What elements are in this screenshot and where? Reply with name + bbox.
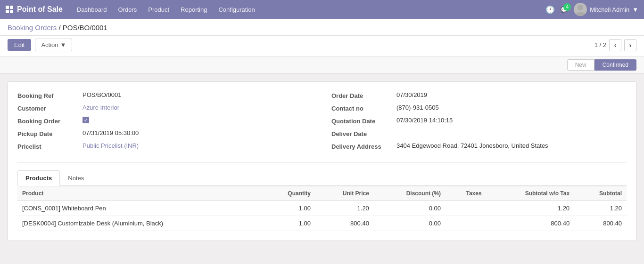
form-right: Order Date 07/30/2019 Contact no (870)-9…: [322, 91, 627, 155]
edit-button[interactable]: Edit: [8, 39, 31, 51]
row1-product: [CONS_0001] Whiteboard Pen: [17, 201, 263, 216]
breadcrumb-separator: /: [58, 24, 62, 32]
action-label: Action: [41, 41, 58, 48]
svg-point-0: [578, 5, 583, 10]
nav-product[interactable]: Product: [143, 4, 174, 15]
nav-links: Dashboard Orders Product Reporting Confi…: [72, 4, 545, 15]
products-table: Product Quantity Unit Price Discount (%)…: [17, 186, 627, 231]
status-new[interactable]: New: [567, 59, 594, 71]
col-discount: Discount (%): [374, 186, 446, 201]
navbar: Point of Sale Dashboard Orders Product R…: [0, 0, 644, 19]
row1-unit-price: 1.20: [315, 201, 374, 216]
quotation-date-value: 07/30/2019 14:10:15: [396, 117, 453, 124]
pagination: 1 / 2 ‹ ›: [594, 39, 636, 51]
user-name: Mitchell Admin: [590, 6, 629, 13]
breadcrumb-parent[interactable]: Booking Orders: [8, 24, 57, 32]
booking-order-label: Booking Order: [17, 117, 79, 125]
quotation-date-row: Quotation Date 07/30/2019 14:10:15: [331, 117, 627, 125]
table-row: [CONS_0001] Whiteboard Pen 1.00 1.20 0.0…: [17, 201, 627, 216]
action-button[interactable]: Action ▼: [35, 39, 72, 51]
chat-button[interactable]: 💬 4: [561, 6, 568, 13]
order-date-label: Order Date: [331, 91, 393, 99]
table-row: [DESK0004] Customizable Desk (Aluminium,…: [17, 216, 627, 231]
row1-discount: 0.00: [374, 201, 446, 216]
app-brand[interactable]: Point of Sale: [6, 5, 63, 14]
contact-no-row: Contact no (870)-931-0505: [331, 104, 627, 112]
delivery-address-row: Delivery Address 3404 Edgewood Road, 724…: [331, 142, 627, 150]
row1-taxes: [446, 201, 487, 216]
row2-product: [DESK0004] Customizable Desk (Aluminium,…: [17, 216, 263, 231]
status-confirmed[interactable]: Confirmed: [594, 59, 636, 71]
pagination-count: 1 / 2: [594, 41, 606, 48]
delivery-address-label: Delivery Address: [331, 142, 393, 150]
table-header: Product Quantity Unit Price Discount (%)…: [17, 186, 627, 201]
customer-label: Customer: [17, 104, 79, 112]
row1-subtotal-wo-tax: 1.20: [487, 201, 575, 216]
tabs: Products Notes: [17, 170, 627, 186]
booking-order-checkbox[interactable]: ✓: [83, 117, 89, 123]
delivery-address-value: 3404 Edgewood Road, 72401 Jonesboro, Uni…: [396, 142, 548, 149]
col-quantity: Quantity: [263, 186, 315, 201]
booking-ref-row: Booking Ref POS/BO/0001: [17, 91, 313, 99]
order-date-row: Order Date 07/30/2019: [331, 91, 627, 99]
breadcrumb: Booking Orders / POS/BO/0001: [8, 24, 636, 32]
form-divider: [17, 162, 627, 163]
svg-point-1: [576, 12, 585, 16]
status-bar: New Confirmed: [0, 56, 644, 74]
row2-quantity: 1.00: [263, 216, 315, 231]
booking-ref-label: Booking Ref: [17, 91, 79, 99]
nav-configuration[interactable]: Configuration: [214, 4, 259, 15]
avatar: [574, 3, 587, 16]
action-dropdown-icon: ▼: [60, 41, 66, 48]
main-content: Booking Ref POS/BO/0001 Customer Azure I…: [0, 74, 644, 262]
pickup-date-value: 07/31/2019 05:30:00: [83, 129, 139, 136]
deliver-date-label: Deliver Date: [331, 129, 393, 137]
deliver-date-row: Deliver Date: [331, 129, 627, 137]
customer-row: Customer Azure Interior: [17, 104, 313, 112]
nav-dashboard[interactable]: Dashboard: [72, 4, 112, 15]
user-dropdown-icon: ▼: [632, 6, 638, 13]
row2-discount: 0.00: [374, 216, 446, 231]
pickup-date-label: Pickup Date: [17, 129, 79, 137]
table-body: [CONS_0001] Whiteboard Pen 1.00 1.20 0.0…: [17, 201, 627, 231]
row2-subtotal: 800.40: [574, 216, 627, 231]
tab-notes[interactable]: Notes: [60, 170, 92, 186]
quotation-date-label: Quotation Date: [331, 117, 393, 125]
grid-icon: [6, 6, 13, 13]
col-subtotal: Subtotal: [574, 186, 627, 201]
nav-orders[interactable]: Orders: [114, 4, 142, 15]
navbar-right: 🕐 💬 4 Mitchell Admin ▼: [545, 3, 638, 16]
col-subtotal-wo-tax: Subtotal w/o Tax: [487, 186, 575, 201]
customer-value[interactable]: Azure Interior: [83, 104, 119, 111]
user-menu[interactable]: Mitchell Admin ▼: [574, 3, 638, 16]
booking-ref-value: POS/BO/0001: [83, 91, 121, 98]
row2-subtotal-wo-tax: 800.40: [487, 216, 575, 231]
row1-quantity: 1.00: [263, 201, 315, 216]
pricelist-label: Pricelist: [17, 142, 79, 150]
pickup-date-row: Pickup Date 07/31/2019 05:30:00: [17, 129, 313, 137]
clock-icon[interactable]: 🕐: [545, 5, 555, 14]
row2-taxes: [446, 216, 487, 231]
pricelist-row: Pricelist Public Pricelist (INR): [17, 142, 313, 150]
order-date-value: 07/30/2019: [396, 91, 427, 98]
col-taxes: Taxes: [446, 186, 487, 201]
col-product: Product: [17, 186, 263, 201]
form-card: Booking Ref POS/BO/0001 Customer Azure I…: [8, 81, 636, 241]
pricelist-value[interactable]: Public Pricelist (INR): [83, 142, 139, 149]
form-grid: Booking Ref POS/BO/0001 Customer Azure I…: [17, 91, 627, 155]
chat-badge-count: 4: [563, 3, 571, 11]
row2-unit-price: 800.40: [315, 216, 374, 231]
tab-products[interactable]: Products: [17, 170, 60, 186]
nav-reporting[interactable]: Reporting: [176, 4, 212, 15]
form-left: Booking Ref POS/BO/0001 Customer Azure I…: [17, 91, 322, 155]
breadcrumb-bar: Booking Orders / POS/BO/0001: [0, 19, 644, 36]
col-unit-price: Unit Price: [315, 186, 374, 201]
app-name: Point of Sale: [17, 5, 63, 14]
toolbar: Edit Action ▼ 1 / 2 ‹ ›: [0, 36, 644, 56]
row1-subtotal: 1.20: [574, 201, 627, 216]
contact-no-label: Contact no: [331, 104, 393, 112]
pagination-next[interactable]: ›: [624, 39, 636, 51]
breadcrumb-current: POS/BO/0001: [63, 24, 107, 32]
pagination-prev[interactable]: ‹: [609, 39, 621, 51]
booking-order-row: Booking Order ✓: [17, 117, 313, 125]
